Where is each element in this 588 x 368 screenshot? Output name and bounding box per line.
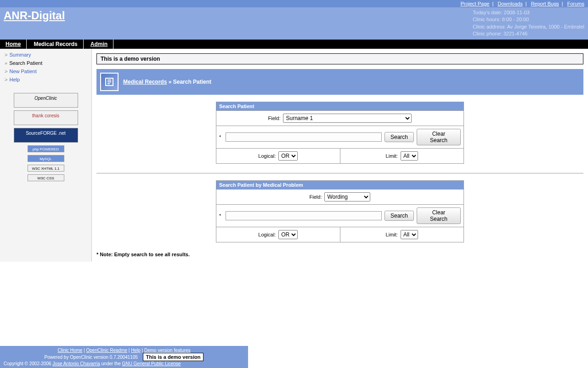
sidebar-search-current: Search Patient [9,60,42,66]
note-text: * Note: Empty search to see all results. [96,252,583,257]
clinic-phone: Clinic phone: 3221-4746 [473,30,584,37]
clinic-address: Clinic address: Av Jorge Teixeira, 1000 … [473,23,584,30]
nav-home[interactable]: Home [0,40,27,49]
nav-medical-records[interactable]: Medical Records [28,40,83,49]
project-page-link[interactable]: Project Page [460,1,489,6]
field-select[interactable]: Surname 1 [283,114,412,123]
field-label: Field: [268,115,281,121]
sidebar: >Summary »Search Patient >New Patient >H… [0,49,92,262]
field-label: Field: [310,194,322,200]
nav-admin[interactable]: Admin [85,40,113,49]
clear-search-button[interactable]: Clear Search [417,129,461,145]
chevron-icon: > [5,77,7,82]
downloads-link[interactable]: Downloads [498,1,522,6]
logical-select[interactable]: OR [278,151,298,161]
sidebar-summary[interactable]: Summary [9,52,31,58]
clinic-hours: Clinic hours: 8:00 - 20:00 [473,16,584,23]
site-title-link[interactable]: ANR-Digital [4,9,65,22]
logical-label: Logical: [258,232,276,237]
required-asterisk: * [219,213,221,218]
logical-label: Logical: [258,153,276,159]
search-patient-form: Search Patient Field: Surname 1 * Search… [216,102,464,164]
clinic-info: Today's date: 2008-11-03 Clinic hours: 8… [473,9,584,38]
limit-select-problem[interactable]: All [401,230,418,239]
breadcrumb-bar: Medical Records » Search Patient [96,69,583,95]
sourceforge-badge[interactable]: SourceFORGE .net [14,128,78,143]
chevron-icon: » [5,60,7,66]
php-badge[interactable]: php POWERED [28,145,64,152]
chevron-icon: > [5,69,7,74]
header: ANR-Digital Today's date: 2008-11-03 Cli… [0,7,588,40]
breadcrumb-sep: » [169,79,172,85]
search-patient-title: Search Patient [216,102,464,110]
limit-label: Limit: [386,153,398,159]
mysql-badge[interactable]: MySQL [28,155,64,162]
divider [96,173,583,173]
sidebar-new-patient[interactable]: New Patient [9,69,36,74]
search-problem-title: Search Patient by Medical Problem [216,181,464,189]
main-nav: Home Medical Records Admin [0,40,588,49]
clinic-date: Today's date: 2008-11-03 [473,9,584,16]
main-content: This is a demo version Medical Records »… [92,49,588,262]
openclinic-badge[interactable]: OpenClinic [14,93,78,108]
logical-select-problem[interactable]: OR [278,230,298,239]
field-select-problem[interactable]: Wording [324,192,370,201]
search-button[interactable]: Search [384,132,414,142]
medical-records-icon [100,73,119,91]
css-badge[interactable]: W3C CSS [28,174,64,181]
forums-link[interactable]: Forums [567,1,584,6]
limit-label: Limit: [386,232,398,237]
required-asterisk: * [219,134,221,140]
search-text-input[interactable] [226,132,382,142]
breadcrumb-current: Search Patient [173,79,211,85]
top-links-bar: Project Page| Downloads| Report Bugs| Fo… [0,0,588,7]
sidebar-help[interactable]: Help [9,77,20,82]
clear-problem-button[interactable]: Clear Search [417,207,461,224]
search-problem-form: Search Patient by Medical Problem Field:… [216,180,464,242]
xhtml-badge[interactable]: W3C XHTML 1.1 [28,165,64,172]
breadcrumb-link[interactable]: Medical Records [123,79,167,85]
demo-banner: This is a demo version [96,53,583,64]
search-problem-button[interactable]: Search [384,211,414,221]
chevron-icon: > [5,52,7,58]
report-bugs-link[interactable]: Report Bugs [531,1,559,6]
badge-panel: OpenClinic thank coresis SourceFORGE .ne… [0,86,91,189]
limit-select[interactable]: All [401,151,418,161]
coresis-badge[interactable]: thank coresis [14,110,78,125]
search-problem-input[interactable] [226,211,382,220]
